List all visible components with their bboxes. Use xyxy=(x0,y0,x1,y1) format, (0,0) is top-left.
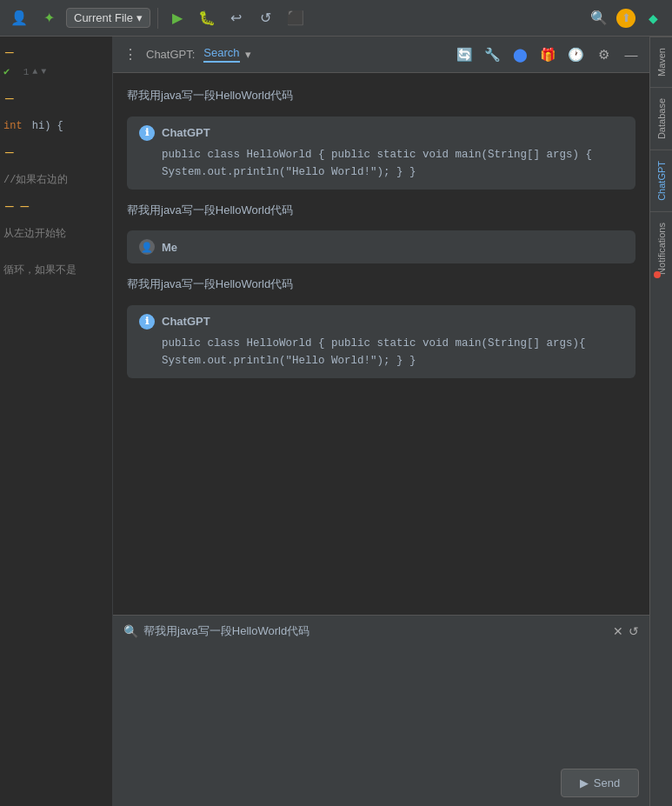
wrench-icon[interactable]: 🔧 xyxy=(481,43,503,66)
minimize-icon[interactable]: — xyxy=(620,43,642,66)
chat-messages: 帮我用java写一段HelloWorld代码 ℹ ChatGPT public … xyxy=(113,73,649,615)
notification-dot xyxy=(654,271,661,278)
bubble-header-2: ℹ ChatGPT xyxy=(139,314,623,330)
check-marker: ✔ xyxy=(3,63,10,82)
chat-dropdown[interactable]: ▾ xyxy=(245,48,251,61)
chatgpt-bubble-1: ℹ ChatGPT public class HelloWorld { publ… xyxy=(127,117,635,190)
dropdown-arrow-icon: ▾ xyxy=(136,11,143,24)
gem-icon[interactable]: ◆ xyxy=(641,6,665,30)
me-bubble: 👤 Me xyxy=(127,230,635,263)
chatgpt-sidebar-label: ChatGPT xyxy=(656,161,667,201)
star-icon[interactable]: ✦ xyxy=(37,6,61,30)
chrome-icon[interactable]: ⬤ xyxy=(509,43,531,66)
notifications-label: Notifications xyxy=(656,223,667,275)
dash-marker-5: — xyxy=(21,197,30,216)
comment-text: //如果右边的 xyxy=(3,170,68,190)
toolbar: 👤 ✦ Current File ▾ ▶ 🐛 ↩ ↺ ⬛ 🔍 ⬆ ◆ xyxy=(0,0,672,37)
maven-label: Maven xyxy=(656,48,667,77)
code-line-spacer2: — xyxy=(3,136,109,170)
right-sidebar: Maven Database ChatGPT Notifications xyxy=(649,37,672,806)
toolbar-sep-1 xyxy=(157,8,158,29)
bubble-header-1: ℹ ChatGPT xyxy=(139,125,623,141)
sidebar-tab-maven[interactable]: Maven xyxy=(650,37,672,87)
user-message-2: 帮我用java写一段HelloWorld代码 xyxy=(127,198,635,223)
fold-icon[interactable]: ▲ xyxy=(32,63,37,82)
dash-marker: — xyxy=(5,43,14,63)
sidebar-tab-database[interactable]: Database xyxy=(650,87,672,150)
person-icon: 👤 xyxy=(139,239,155,255)
input-top: 🔍 ✕ ↺ xyxy=(123,624,639,638)
spacer xyxy=(3,243,109,261)
user-message-1: 帮我用java写一段HelloWorld代码 xyxy=(127,83,635,108)
sidebar-tab-chatgpt[interactable]: ChatGPT xyxy=(650,150,672,211)
info-icon-2: ℹ xyxy=(139,314,155,330)
chat-input[interactable] xyxy=(143,625,608,638)
stop-icon[interactable]: ⬛ xyxy=(283,6,308,30)
sender-label-1: ChatGPT xyxy=(162,126,210,139)
current-file-dropdown[interactable]: Current File ▾ xyxy=(66,8,150,28)
code-comment-2: 从左边开始轮 xyxy=(3,224,66,243)
gift-icon[interactable]: 🎁 xyxy=(536,43,559,66)
user-message-3: 帮我用java写一段HelloWorld代码 xyxy=(127,272,635,296)
main-area: — ✔ 1 ▲ ▼ — int hi) { — //如果右 xyxy=(0,37,672,806)
code-comment-3: 循环，如果不是 xyxy=(3,261,77,280)
info-icon-1: ℹ xyxy=(139,125,155,141)
chatgpt-bubble-2: ℹ ChatGPT public class HelloWorld { publ… xyxy=(127,305,635,378)
chat-search-tab[interactable]: Search xyxy=(203,46,239,63)
chat-label: ChatGPT: xyxy=(146,48,195,61)
code-line-spacer3: — — xyxy=(3,190,109,224)
header-menu-icon[interactable]: ⋮ xyxy=(120,43,141,66)
keyword-span: int xyxy=(3,117,23,136)
sidebar-tab-notifications[interactable]: Notifications xyxy=(650,211,672,285)
code-line-spacer: — xyxy=(3,82,109,117)
database-label: Database xyxy=(656,98,667,139)
clear-icon[interactable]: ✕ xyxy=(613,624,623,638)
code-editor: — ✔ 1 ▲ ▼ — int hi) { — //如果右 xyxy=(0,37,113,806)
me-bubble-header: 👤 Me xyxy=(139,239,623,255)
current-file-label: Current File xyxy=(74,11,133,24)
input-bottom: ▶ Send xyxy=(123,645,639,797)
run-icon[interactable]: ▶ xyxy=(165,6,190,30)
sender-label-2: ChatGPT xyxy=(162,315,210,328)
code-line-comment: //如果右边的 xyxy=(3,170,109,190)
bubble-content-1: public class HelloWorld { public static … xyxy=(139,146,623,181)
send-button[interactable]: ▶ Send xyxy=(561,769,639,797)
input-refresh-icon[interactable]: ↺ xyxy=(629,624,639,638)
upload-icon[interactable]: ⬆ xyxy=(616,9,635,28)
chatgpt-panel: ⋮ ChatGPT: Search ▾ 🔄 🔧 ⬤ 🎁 🕐 ⚙ — 帮我用jav… xyxy=(113,37,649,806)
bubble-content-2: public class HelloWorld { public static … xyxy=(139,335,623,370)
send-icon: ▶ xyxy=(580,776,589,789)
user-icon[interactable]: 👤 xyxy=(7,6,31,30)
send-label: Send xyxy=(594,776,620,789)
code-line: ✔ 1 ▲ ▼ xyxy=(3,63,109,82)
code-line-text2: 循环，如果不是 xyxy=(3,261,109,280)
chat-header: ⋮ ChatGPT: Search ▾ 🔄 🔧 ⬤ 🎁 🕐 ⚙ — xyxy=(113,37,649,73)
debug-icon[interactable]: 🐛 xyxy=(195,6,219,30)
code-line-text: 从左边开始轮 xyxy=(3,224,109,243)
dash-marker-3: — xyxy=(5,143,14,163)
code-text: hi) { xyxy=(26,117,63,136)
code-content: — ✔ 1 ▲ ▼ — int hi) { — //如果右 xyxy=(0,37,112,287)
fold-icon-down[interactable]: ▼ xyxy=(41,63,46,82)
me-label: Me xyxy=(162,241,177,254)
dash-marker-2: — xyxy=(5,90,14,109)
code-line: — xyxy=(3,43,109,63)
refresh-icon[interactable]: 🔄 xyxy=(453,43,476,66)
input-search-icon: 🔍 xyxy=(123,624,138,638)
settings-icon[interactable]: ⚙ xyxy=(592,43,615,66)
reload-icon[interactable]: ↺ xyxy=(254,6,278,30)
search-icon[interactable]: 🔍 xyxy=(587,6,611,30)
history-icon[interactable]: 🕐 xyxy=(564,43,587,66)
code-line-keyword: int hi) { xyxy=(3,117,109,136)
chat-input-area: 🔍 ✕ ↺ ▶ Send xyxy=(113,615,649,806)
line-number: 1 xyxy=(13,63,29,82)
dropdown-arrow: ▾ xyxy=(245,48,251,61)
rerun-icon[interactable]: ↩ xyxy=(224,6,249,30)
dash-marker-4: — xyxy=(5,197,14,216)
